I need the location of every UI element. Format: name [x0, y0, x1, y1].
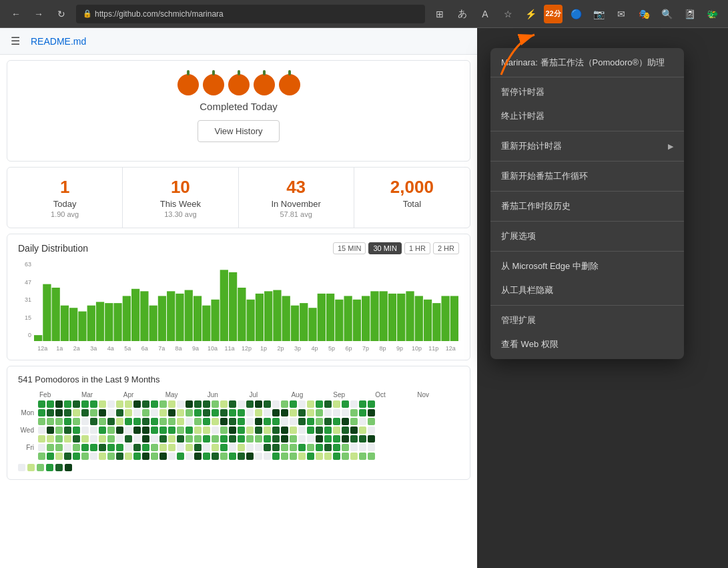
menu-item-restart-timer[interactable]: 重新开始计时器 ▶ — [490, 134, 684, 158]
heatmap-cell — [73, 418, 80, 425]
month-label: Sep — [333, 391, 375, 398]
heatmap-cell — [99, 435, 106, 443]
x-axis-label: 6a — [136, 345, 153, 352]
heatmap-cell — [159, 453, 167, 460]
svg-rect-41 — [397, 294, 405, 341]
heatmap-cell — [168, 400, 175, 408]
menu-item-remove-edge[interactable]: 从 Microsoft Edge 中删除 — [490, 254, 684, 278]
heatmap-cell — [133, 435, 141, 443]
heatmap-cell — [246, 453, 254, 460]
heatmap-cell — [125, 444, 132, 451]
menu-item-options[interactable]: 扩展选项 — [490, 224, 684, 248]
heatmap-cell — [151, 444, 158, 451]
svg-rect-23 — [238, 288, 246, 341]
heatmap-cell — [125, 400, 132, 408]
heatmap-cell — [159, 409, 167, 416]
heatmap-cell — [290, 400, 297, 408]
heatmap-cell — [194, 418, 202, 425]
stat-today-avg: 1.90 avg — [14, 210, 115, 218]
lightning-icon[interactable]: ⚡ — [521, 5, 540, 23]
svg-rect-3 — [61, 306, 69, 341]
heatmap-cell — [107, 435, 115, 443]
heatmap-cell — [307, 427, 314, 434]
back-button[interactable]: ← — [7, 5, 25, 23]
tab-icon[interactable]: ⊞ — [430, 5, 449, 23]
svg-rect-29 — [291, 306, 299, 341]
extension-icon-4[interactable]: ✉ — [612, 5, 631, 23]
heatmap-cell — [359, 435, 366, 443]
x-axis-label: 2a — [68, 345, 85, 352]
heatmap-cell — [255, 409, 262, 416]
heatmap-cell — [177, 444, 184, 451]
sidebar-nav: ☰ README.md — [0, 28, 477, 55]
heatmap-cell — [359, 409, 366, 416]
heatmap-cell — [47, 400, 54, 408]
heatmap-cell — [350, 418, 358, 425]
stat-week-label: This Week — [129, 199, 231, 209]
filter-2hr[interactable]: 2 HR — [433, 242, 459, 254]
heatmap-cell — [272, 444, 280, 451]
heatmap-cell — [229, 409, 236, 416]
extension-icon-2[interactable]: 🔵 — [567, 5, 585, 23]
x-axis-label: 5p — [323, 345, 340, 352]
text-size-icon[interactable]: A — [476, 5, 494, 23]
heatmap-row — [18, 400, 459, 408]
svg-rect-32 — [318, 294, 326, 341]
menu-item-manage-extensions[interactable]: 管理扩展 — [490, 308, 684, 332]
heatmap-cell — [229, 418, 236, 425]
menu-item-history[interactable]: 番茄工作时段历史 — [490, 194, 684, 218]
menu-item-pause[interactable]: 暂停计时器 — [490, 80, 684, 104]
heatmap-cell — [151, 400, 158, 408]
favorites-icon[interactable]: ☆ — [498, 5, 517, 23]
extension-icon-6[interactable]: 🔍 — [657, 5, 676, 23]
heatmap-cell — [168, 444, 175, 451]
svg-rect-12 — [140, 292, 148, 342]
menu-section-2: 重新开始计时器 ▶ — [490, 131, 684, 162]
heatmap-cell — [107, 427, 115, 434]
heatmap-row: Mon — [18, 409, 459, 416]
heatmap-cell — [316, 400, 323, 408]
heatmap-cell — [324, 453, 332, 460]
heatmap-cell — [350, 427, 358, 434]
refresh-button[interactable]: ↻ — [52, 5, 71, 23]
heatmap-row: Fri — [18, 444, 459, 451]
extension-icon-8[interactable]: 🐲 — [703, 5, 721, 23]
extension-icon-3[interactable]: 📷 — [589, 5, 608, 23]
menu-item-web-permissions[interactable]: 查看 Web 权限 — [490, 332, 684, 356]
marinara-extension-button[interactable]: 22分 — [544, 5, 563, 23]
menu-item-hide-toolbar[interactable]: 从工具栏隐藏 — [490, 278, 684, 302]
svg-rect-33 — [326, 294, 334, 341]
heatmap-cell — [99, 400, 106, 408]
heatmap-cell — [324, 435, 332, 443]
extension-icon-7[interactable]: 📓 — [680, 5, 699, 23]
svg-rect-45 — [432, 303, 440, 341]
extension-icon-5[interactable]: 🎭 — [635, 5, 653, 23]
stat-total-number: 2,000 — [361, 177, 463, 198]
heatmap-cell — [316, 453, 323, 460]
menu-item-stop[interactable]: 终止计时器 — [490, 104, 684, 128]
heatmap-cell — [246, 400, 254, 408]
heatmap-cell — [281, 435, 288, 443]
x-axis-label: 6p — [340, 345, 357, 352]
filter-30min[interactable]: 30 MIN — [368, 242, 401, 254]
heatmap-cell — [316, 435, 323, 443]
filter-1hr[interactable]: 1 HR — [404, 242, 430, 254]
translate-icon[interactable]: あ — [453, 5, 472, 23]
url-bar[interactable]: 🔒 https://github.com/schmich/marinara — [76, 5, 425, 23]
heatmap-cell — [272, 427, 280, 434]
url-text: https://github.com/schmich/marinara — [95, 9, 224, 19]
legend-cell — [18, 464, 25, 471]
svg-rect-42 — [406, 292, 414, 342]
menu-header: Marinara: 番茄工作法（Pomodoro®）助理 — [490, 48, 684, 77]
heatmap-cell — [194, 435, 202, 443]
view-history-button[interactable]: View History — [198, 120, 279, 142]
heatmap-cell — [307, 409, 314, 416]
x-axis-label: 9p — [391, 345, 408, 352]
heatmap-cell — [246, 435, 254, 443]
filter-15min[interactable]: 15 MIN — [333, 242, 366, 254]
forward-button[interactable]: → — [29, 5, 48, 23]
heatmap-cell — [307, 435, 314, 443]
heatmap-cell — [255, 453, 262, 460]
menu-item-restart-cycle[interactable]: 重新开始番茄工作循环 — [490, 164, 684, 188]
heatmap-cell — [342, 444, 349, 451]
